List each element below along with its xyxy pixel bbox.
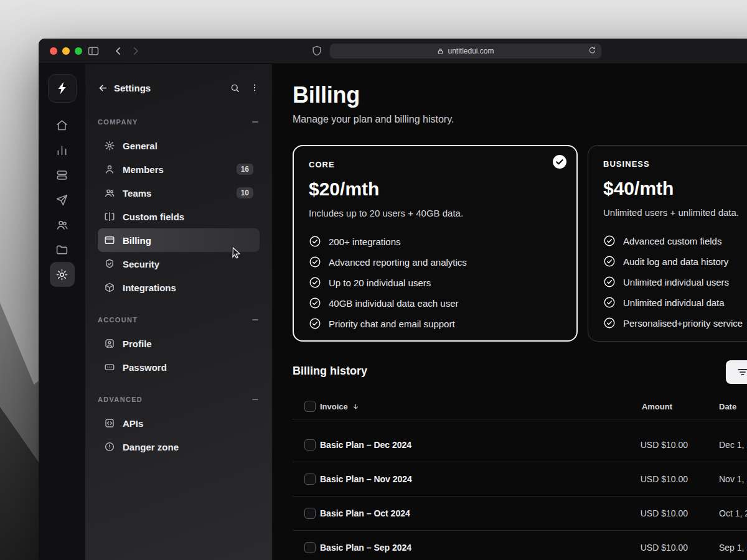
table-row[interactable]: Basic Plan – Oct 2024 USD $10.00 Oct 1, …: [293, 497, 747, 531]
date-cell: Sep 1, 2024: [691, 543, 747, 553]
plan-price: $40/mth: [603, 177, 747, 200]
close-button[interactable]: [50, 47, 57, 55]
date-cell: Nov 1, 2024: [691, 474, 747, 484]
feature-text: Up to 20 individual users: [329, 278, 431, 288]
filter-button[interactable]: [726, 360, 747, 384]
plan-cards: CORE $20/mth Includes up to 20 users + 4…: [293, 145, 747, 342]
section-label: COMPANY: [98, 118, 138, 126]
user-square-icon: [104, 338, 115, 349]
send-icon: [55, 194, 68, 207]
feature-text: Audit log and data history: [623, 256, 728, 267]
url-text: untitledui.com: [448, 47, 494, 55]
selected-check-icon: [552, 154, 567, 169]
sidebar-item-password[interactable]: Password: [98, 355, 260, 379]
url-bar[interactable]: untitledui.com: [330, 44, 601, 58]
sidebar-item-profile[interactable]: Profile: [98, 332, 260, 355]
sidebar-item-general[interactable]: General: [98, 134, 260, 157]
plan-feature: 200+ integrations: [309, 235, 561, 248]
invoice-cell: Basic Plan – Dec 2024: [320, 440, 588, 450]
table-row[interactable]: Basic Plan – Sep 2024 USD $10.00 Sep 1, …: [293, 531, 747, 560]
rail-item-contacts[interactable]: [50, 212, 75, 237]
feature-text: Personalised+priority service: [623, 318, 743, 329]
billing-page: Billing Manage your plan and billing his…: [272, 64, 747, 560]
plan-name: CORE: [309, 160, 561, 169]
plan-price: $20/mth: [309, 178, 561, 200]
check-circle-icon: [603, 317, 616, 329]
sidebar-item-apis[interactable]: APIs: [98, 411, 260, 435]
cube-icon: [104, 282, 115, 293]
rail-item-projects[interactable]: [50, 162, 75, 187]
gear-icon: [55, 268, 68, 281]
rail-item-reports[interactable]: [50, 138, 75, 162]
forward-button[interactable]: [129, 45, 142, 57]
check-circle-icon: [309, 297, 321, 309]
sidebar-item-teams[interactable]: Teams 10: [98, 181, 260, 205]
feature-text: Unlimited individual data: [623, 297, 725, 308]
collapse-icon[interactable]: [251, 118, 260, 126]
rail-item-home[interactable]: [50, 113, 75, 138]
sidebar-item-label: Billing: [123, 235, 151, 246]
amount-cell: USD $10.00: [588, 543, 691, 553]
column-header-date[interactable]: Date: [691, 402, 747, 411]
search-icon[interactable]: [230, 83, 240, 93]
check-circle-icon: [309, 317, 321, 330]
rail-item-messages[interactable]: [50, 187, 75, 212]
page-title: Billing: [293, 82, 747, 109]
reload-button[interactable]: [588, 46, 597, 55]
desktop-background: untitledui.com: [0, 0, 747, 560]
minimize-button[interactable]: [62, 47, 70, 55]
column-header-amount[interactable]: Amount: [588, 402, 691, 411]
plan-card-core[interactable]: CORE $20/mth Includes up to 20 users + 4…: [293, 145, 578, 342]
alert-circle-icon: [104, 441, 115, 452]
row-checkbox[interactable]: [304, 439, 316, 450]
zoom-button[interactable]: [75, 47, 82, 55]
plan-description: Includes up to 20 users + 40GB data.: [309, 207, 561, 220]
collapse-icon[interactable]: [251, 395, 260, 404]
gear-icon: [104, 140, 115, 151]
date-cell: Dec 1, 2024: [691, 440, 747, 450]
row-checkbox[interactable]: [304, 474, 316, 485]
sidebar-item-custom-fields[interactable]: Custom fields: [98, 205, 260, 228]
privacy-shield-icon[interactable]: [311, 45, 323, 57]
sidebar-item-label: Profile: [123, 338, 152, 349]
sidebar-item-label: Integrations: [123, 282, 176, 293]
sidebar-item-label: Password: [123, 362, 167, 373]
back-arrow-icon[interactable]: [98, 83, 108, 93]
browser-window: untitledui.com: [39, 39, 747, 560]
feature-text: Priority chat and email support: [329, 319, 455, 329]
rail-item-settings[interactable]: [50, 262, 75, 287]
sidebar-item-integrations[interactable]: Integrations: [98, 276, 260, 299]
filter-lines-icon: [736, 366, 747, 378]
plan-card-business[interactable]: BUSINESS $40/mth Unlimited users + unlim…: [588, 145, 747, 342]
table-row[interactable]: Basic Plan – Dec 2024 USD $10.00 Dec 1, …: [293, 428, 747, 462]
columns-icon: [104, 211, 115, 222]
table-row[interactable]: Basic Plan – Nov 2024 USD $10.00 Nov 1, …: [293, 462, 747, 497]
section-header-account: ACCOUNT: [98, 315, 260, 324]
sidebar-toggle-button[interactable]: [87, 45, 100, 57]
folder-icon: [55, 243, 68, 256]
column-header-invoice[interactable]: Invoice: [320, 402, 348, 411]
row-checkbox[interactable]: [304, 508, 316, 519]
sidebar-item-danger-zone[interactable]: Danger zone: [98, 435, 260, 459]
plan-feature: Advanced reporting and analytics: [309, 256, 561, 268]
collapse-icon[interactable]: [251, 315, 260, 324]
rail-item-files[interactable]: [50, 237, 75, 262]
shield-check-icon: [104, 258, 115, 269]
date-cell: Oct 1, 2024: [691, 508, 747, 518]
back-button[interactable]: [112, 45, 125, 57]
row-checkbox[interactable]: [304, 542, 316, 553]
sidebar-item-label: Teams: [123, 188, 151, 198]
amount-cell: USD $10.00: [588, 508, 691, 518]
check-circle-icon: [309, 256, 321, 268]
billing-history-title: Billing history: [293, 363, 747, 379]
sort-down-icon: [352, 403, 360, 411]
credit-card-icon: [104, 235, 115, 246]
app-logo[interactable]: [48, 74, 77, 103]
amount-cell: USD $10.00: [588, 474, 691, 484]
check-circle-icon: [603, 276, 616, 288]
select-all-checkbox[interactable]: [304, 401, 316, 412]
sidebar-item-members[interactable]: Members 16: [98, 157, 260, 181]
kebab-menu-icon[interactable]: [250, 83, 260, 93]
section-header-company: COMPANY: [98, 118, 260, 126]
section-label: ACCOUNT: [98, 316, 138, 324]
